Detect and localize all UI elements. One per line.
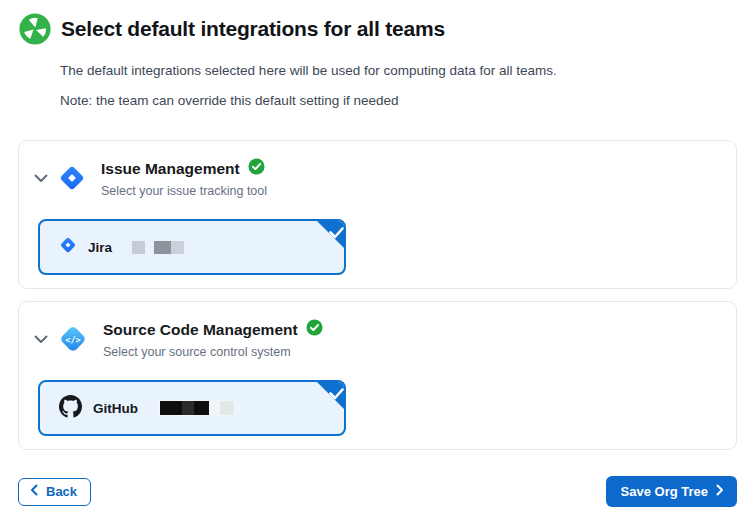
collapse-chevron-down-icon[interactable] xyxy=(32,172,50,185)
save-org-tree-button[interactable]: Save Org Tree xyxy=(606,476,737,507)
header-description-block: The default integrations selected here w… xyxy=(60,63,737,108)
section-header: Issue Management Select your issue track… xyxy=(19,158,736,198)
green-check-circle-icon xyxy=(306,319,323,340)
section-title: Source Code Management xyxy=(103,321,298,339)
redacted-text xyxy=(132,241,184,254)
back-button[interactable]: Back xyxy=(18,478,91,506)
section-source-code-management: </> Source Code Management Select your s… xyxy=(18,301,737,450)
option-label: Jira xyxy=(88,240,112,255)
footer-actions: Back Save Org Tree xyxy=(18,476,737,507)
collapse-chevron-down-icon[interactable] xyxy=(32,333,50,346)
redacted-text xyxy=(158,400,236,416)
back-button-label: Back xyxy=(46,484,77,499)
chevron-right-icon xyxy=(716,484,724,499)
section-subtitle: Select your source control system xyxy=(103,345,323,359)
section-title: Issue Management xyxy=(101,160,240,178)
code-diamond-icon: </> xyxy=(58,324,88,354)
save-button-label: Save Org Tree xyxy=(621,484,708,499)
github-icon xyxy=(59,395,82,422)
selected-corner-check-icon xyxy=(315,219,346,254)
page-header: Select default integrations for all team… xyxy=(18,12,737,50)
option-label: GitHub xyxy=(93,401,138,416)
selected-corner-check-icon xyxy=(315,380,346,415)
header-description: The default integrations selected here w… xyxy=(60,63,737,78)
section-titles: Source Code Management Select your sourc… xyxy=(103,319,323,359)
selected-option-github[interactable]: GitHub xyxy=(38,380,346,436)
section-header: </> Source Code Management Select your s… xyxy=(19,319,736,359)
selected-option-jira[interactable]: Jira xyxy=(38,219,346,275)
app-logo-pinwheel-icon xyxy=(18,12,52,50)
page-title: Select default integrations for all team… xyxy=(61,17,445,41)
jira-icon xyxy=(59,236,77,258)
integrations-settings-page: Select default integrations for all team… xyxy=(0,0,755,516)
section-titles: Issue Management Select your issue track… xyxy=(101,158,267,198)
green-check-circle-icon xyxy=(248,158,265,179)
section-subtitle: Select your issue tracking tool xyxy=(101,184,267,198)
chevron-left-icon xyxy=(30,484,38,499)
jira-diamond-icon xyxy=(58,164,86,192)
section-issue-management: Issue Management Select your issue track… xyxy=(18,140,737,289)
svg-text:</>: </> xyxy=(65,335,80,345)
header-note: Note: the team can override this default… xyxy=(60,93,737,108)
